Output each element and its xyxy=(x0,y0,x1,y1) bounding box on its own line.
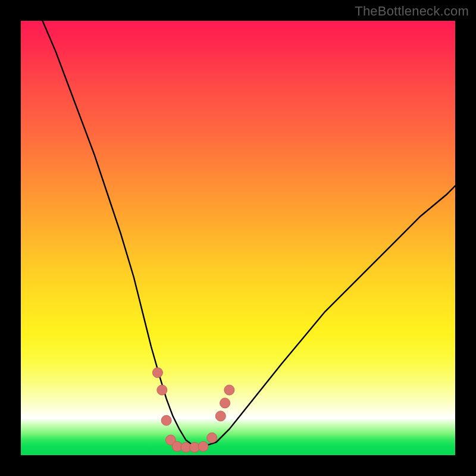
curve-markers xyxy=(152,368,234,453)
marker-dot xyxy=(215,411,226,421)
watermark-text: TheBottleneck.com xyxy=(355,4,469,19)
plot-area xyxy=(21,21,455,455)
marker-dot xyxy=(207,433,217,443)
marker-dot xyxy=(220,398,230,408)
marker-dot xyxy=(198,441,208,452)
curve-path xyxy=(43,21,456,446)
marker-dot xyxy=(152,368,162,378)
marker-dot xyxy=(161,415,171,425)
outer-frame: TheBottleneck.com xyxy=(0,0,476,476)
bottleneck-curve xyxy=(21,21,455,455)
marker-dot xyxy=(224,385,234,395)
marker-dot xyxy=(157,385,167,395)
